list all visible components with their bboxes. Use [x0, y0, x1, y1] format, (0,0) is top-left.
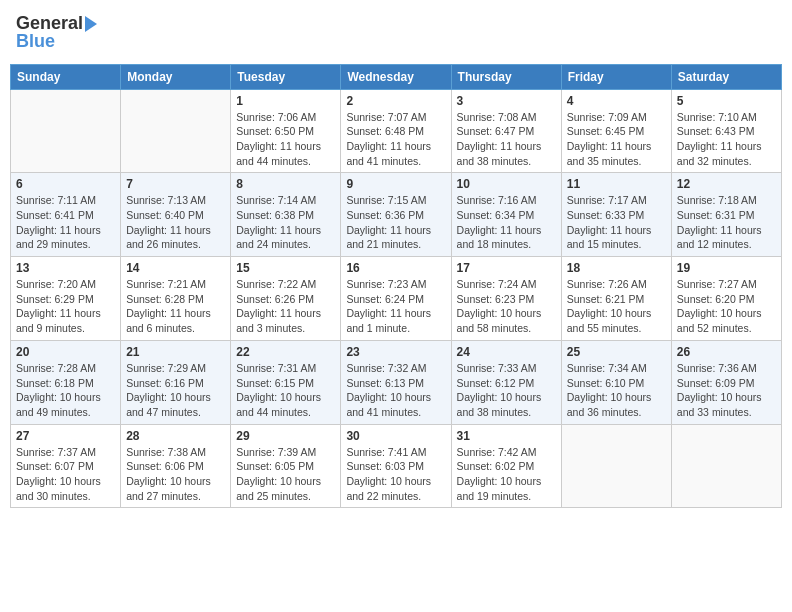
day-cell: 14Sunrise: 7:21 AMSunset: 6:28 PMDayligh…	[121, 257, 231, 341]
day-number: 16	[346, 261, 445, 275]
day-number: 26	[677, 345, 776, 359]
weekday-header-wednesday: Wednesday	[341, 64, 451, 89]
day-cell: 21Sunrise: 7:29 AMSunset: 6:16 PMDayligh…	[121, 340, 231, 424]
day-info: Sunrise: 7:22 AMSunset: 6:26 PMDaylight:…	[236, 277, 335, 336]
day-number: 25	[567, 345, 666, 359]
day-number: 17	[457, 261, 556, 275]
week-row-3: 13Sunrise: 7:20 AMSunset: 6:29 PMDayligh…	[11, 257, 782, 341]
day-info: Sunrise: 7:28 AMSunset: 6:18 PMDaylight:…	[16, 361, 115, 420]
day-cell	[671, 424, 781, 508]
day-cell: 9Sunrise: 7:15 AMSunset: 6:36 PMDaylight…	[341, 173, 451, 257]
day-info: Sunrise: 7:31 AMSunset: 6:15 PMDaylight:…	[236, 361, 335, 420]
day-number: 30	[346, 429, 445, 443]
weekday-header-saturday: Saturday	[671, 64, 781, 89]
day-cell: 27Sunrise: 7:37 AMSunset: 6:07 PMDayligh…	[11, 424, 121, 508]
day-cell: 12Sunrise: 7:18 AMSunset: 6:31 PMDayligh…	[671, 173, 781, 257]
day-number: 19	[677, 261, 776, 275]
day-info: Sunrise: 7:41 AMSunset: 6:03 PMDaylight:…	[346, 445, 445, 504]
day-info: Sunrise: 7:16 AMSunset: 6:34 PMDaylight:…	[457, 193, 556, 252]
day-number: 10	[457, 177, 556, 191]
day-info: Sunrise: 7:14 AMSunset: 6:38 PMDaylight:…	[236, 193, 335, 252]
day-cell: 2Sunrise: 7:07 AMSunset: 6:48 PMDaylight…	[341, 89, 451, 173]
weekday-header-monday: Monday	[121, 64, 231, 89]
day-info: Sunrise: 7:38 AMSunset: 6:06 PMDaylight:…	[126, 445, 225, 504]
day-cell: 1Sunrise: 7:06 AMSunset: 6:50 PMDaylight…	[231, 89, 341, 173]
weekday-header-tuesday: Tuesday	[231, 64, 341, 89]
day-cell: 7Sunrise: 7:13 AMSunset: 6:40 PMDaylight…	[121, 173, 231, 257]
day-cell: 15Sunrise: 7:22 AMSunset: 6:26 PMDayligh…	[231, 257, 341, 341]
day-info: Sunrise: 7:10 AMSunset: 6:43 PMDaylight:…	[677, 110, 776, 169]
logo: General Blue	[16, 14, 97, 52]
weekday-header-row: SundayMondayTuesdayWednesdayThursdayFrid…	[11, 64, 782, 89]
day-cell	[561, 424, 671, 508]
day-info: Sunrise: 7:21 AMSunset: 6:28 PMDaylight:…	[126, 277, 225, 336]
day-cell: 22Sunrise: 7:31 AMSunset: 6:15 PMDayligh…	[231, 340, 341, 424]
day-info: Sunrise: 7:36 AMSunset: 6:09 PMDaylight:…	[677, 361, 776, 420]
day-number: 18	[567, 261, 666, 275]
day-number: 28	[126, 429, 225, 443]
day-number: 2	[346, 94, 445, 108]
day-info: Sunrise: 7:07 AMSunset: 6:48 PMDaylight:…	[346, 110, 445, 169]
day-number: 22	[236, 345, 335, 359]
day-info: Sunrise: 7:34 AMSunset: 6:10 PMDaylight:…	[567, 361, 666, 420]
weekday-header-sunday: Sunday	[11, 64, 121, 89]
day-cell: 17Sunrise: 7:24 AMSunset: 6:23 PMDayligh…	[451, 257, 561, 341]
day-number: 15	[236, 261, 335, 275]
day-info: Sunrise: 7:37 AMSunset: 6:07 PMDaylight:…	[16, 445, 115, 504]
week-row-2: 6Sunrise: 7:11 AMSunset: 6:41 PMDaylight…	[11, 173, 782, 257]
day-info: Sunrise: 7:18 AMSunset: 6:31 PMDaylight:…	[677, 193, 776, 252]
day-cell: 19Sunrise: 7:27 AMSunset: 6:20 PMDayligh…	[671, 257, 781, 341]
day-number: 8	[236, 177, 335, 191]
day-info: Sunrise: 7:11 AMSunset: 6:41 PMDaylight:…	[16, 193, 115, 252]
day-info: Sunrise: 7:39 AMSunset: 6:05 PMDaylight:…	[236, 445, 335, 504]
day-info: Sunrise: 7:09 AMSunset: 6:45 PMDaylight:…	[567, 110, 666, 169]
day-cell: 29Sunrise: 7:39 AMSunset: 6:05 PMDayligh…	[231, 424, 341, 508]
week-row-4: 20Sunrise: 7:28 AMSunset: 6:18 PMDayligh…	[11, 340, 782, 424]
week-row-5: 27Sunrise: 7:37 AMSunset: 6:07 PMDayligh…	[11, 424, 782, 508]
day-cell: 25Sunrise: 7:34 AMSunset: 6:10 PMDayligh…	[561, 340, 671, 424]
day-info: Sunrise: 7:27 AMSunset: 6:20 PMDaylight:…	[677, 277, 776, 336]
day-cell	[121, 89, 231, 173]
day-number: 13	[16, 261, 115, 275]
day-number: 9	[346, 177, 445, 191]
day-info: Sunrise: 7:13 AMSunset: 6:40 PMDaylight:…	[126, 193, 225, 252]
day-cell: 6Sunrise: 7:11 AMSunset: 6:41 PMDaylight…	[11, 173, 121, 257]
day-info: Sunrise: 7:23 AMSunset: 6:24 PMDaylight:…	[346, 277, 445, 336]
day-number: 1	[236, 94, 335, 108]
day-info: Sunrise: 7:26 AMSunset: 6:21 PMDaylight:…	[567, 277, 666, 336]
day-cell: 11Sunrise: 7:17 AMSunset: 6:33 PMDayligh…	[561, 173, 671, 257]
page-header: General Blue	[10, 10, 782, 56]
day-cell: 10Sunrise: 7:16 AMSunset: 6:34 PMDayligh…	[451, 173, 561, 257]
day-cell: 31Sunrise: 7:42 AMSunset: 6:02 PMDayligh…	[451, 424, 561, 508]
day-cell: 26Sunrise: 7:36 AMSunset: 6:09 PMDayligh…	[671, 340, 781, 424]
week-row-1: 1Sunrise: 7:06 AMSunset: 6:50 PMDaylight…	[11, 89, 782, 173]
day-cell: 18Sunrise: 7:26 AMSunset: 6:21 PMDayligh…	[561, 257, 671, 341]
day-cell: 5Sunrise: 7:10 AMSunset: 6:43 PMDaylight…	[671, 89, 781, 173]
day-info: Sunrise: 7:15 AMSunset: 6:36 PMDaylight:…	[346, 193, 445, 252]
day-cell: 24Sunrise: 7:33 AMSunset: 6:12 PMDayligh…	[451, 340, 561, 424]
day-cell: 13Sunrise: 7:20 AMSunset: 6:29 PMDayligh…	[11, 257, 121, 341]
day-number: 12	[677, 177, 776, 191]
day-info: Sunrise: 7:29 AMSunset: 6:16 PMDaylight:…	[126, 361, 225, 420]
day-number: 21	[126, 345, 225, 359]
day-info: Sunrise: 7:17 AMSunset: 6:33 PMDaylight:…	[567, 193, 666, 252]
day-number: 3	[457, 94, 556, 108]
day-cell: 20Sunrise: 7:28 AMSunset: 6:18 PMDayligh…	[11, 340, 121, 424]
day-number: 14	[126, 261, 225, 275]
day-cell: 23Sunrise: 7:32 AMSunset: 6:13 PMDayligh…	[341, 340, 451, 424]
day-number: 31	[457, 429, 556, 443]
logo-text-blue: Blue	[16, 32, 55, 52]
day-info: Sunrise: 7:06 AMSunset: 6:50 PMDaylight:…	[236, 110, 335, 169]
day-cell	[11, 89, 121, 173]
day-number: 23	[346, 345, 445, 359]
day-cell: 8Sunrise: 7:14 AMSunset: 6:38 PMDaylight…	[231, 173, 341, 257]
day-info: Sunrise: 7:24 AMSunset: 6:23 PMDaylight:…	[457, 277, 556, 336]
day-cell: 3Sunrise: 7:08 AMSunset: 6:47 PMDaylight…	[451, 89, 561, 173]
day-number: 6	[16, 177, 115, 191]
day-info: Sunrise: 7:08 AMSunset: 6:47 PMDaylight:…	[457, 110, 556, 169]
day-info: Sunrise: 7:33 AMSunset: 6:12 PMDaylight:…	[457, 361, 556, 420]
day-number: 27	[16, 429, 115, 443]
weekday-header-thursday: Thursday	[451, 64, 561, 89]
day-number: 24	[457, 345, 556, 359]
logo-arrow-icon	[85, 16, 97, 32]
